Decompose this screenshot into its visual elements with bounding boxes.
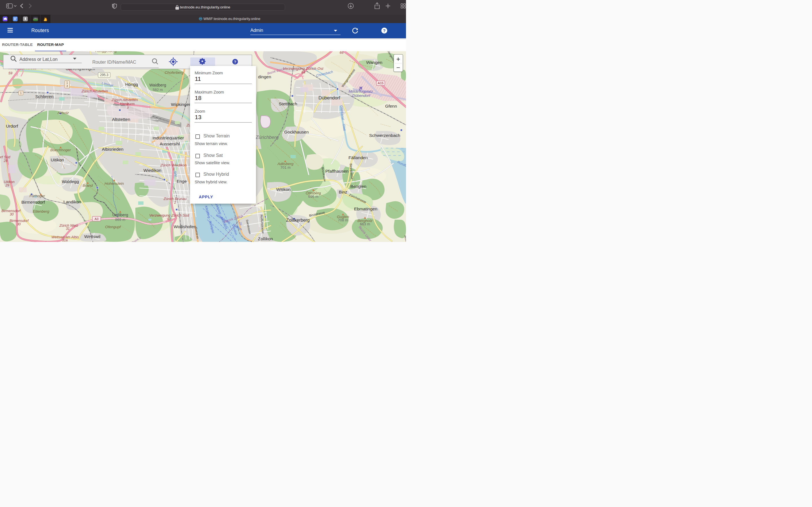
svg-text:Honggerberg: Honggerberg [95, 51, 117, 53]
svg-text:Zürich Wiedikon: Zürich Wiedikon [160, 163, 187, 167]
svg-text:Waidberg: Waidberg [149, 83, 166, 87]
svg-text:Wettswil: Wettswil [84, 234, 100, 239]
svg-text:663 m: 663 m [360, 222, 370, 226]
svg-text:dorf Süd: dorf Süd [0, 155, 10, 159]
svg-text:Altstetten: Altstetten [112, 117, 130, 122]
svg-text:Witikon: Witikon [276, 187, 291, 192]
svg-text:Fürhoger: Fürhoger [30, 194, 45, 198]
svg-text:Hohenstein: Hohenstein [105, 181, 124, 186]
svg-text:Landikon: Landikon [63, 200, 81, 204]
svg-text:Gfenn: Gfenn [385, 104, 397, 108]
svg-text:1: 1 [66, 81, 68, 84]
svg-text:29: 29 [5, 183, 9, 187]
svg-text:Dübendorf: Dübendorf [352, 94, 370, 98]
svg-text:Altholz: Altholz [57, 111, 69, 115]
svg-text:31a: 31a [62, 238, 68, 242]
svg-text:Dübendorf: Dübendorf [318, 95, 340, 100]
svg-text:Fällanden: Fällanden [349, 155, 368, 160]
svg-text:Birmensdorf: Birmensdorf [21, 200, 45, 205]
svg-text:Schwerzenbach: Schwerzenbach [369, 133, 400, 138]
svg-text:Benglen: Benglen [350, 184, 366, 189]
svg-text:Zürich Altstetten: Zürich Altstetten [81, 89, 108, 93]
svg-text:31: 31 [66, 227, 70, 231]
svg-text:Uitikon: Uitikon [4, 180, 14, 184]
svg-text:A15: A15 [378, 81, 384, 85]
svg-text:Uetliberg: Uetliberg [112, 213, 128, 217]
svg-text:66: 66 [340, 51, 344, 55]
svg-text:Urdorf: Urdorf [6, 124, 18, 128]
svg-text:582 m: 582 m [153, 88, 163, 92]
svg-text:Ofengupf: Ofengupf [105, 225, 121, 229]
svg-text:708 m: 708 m [338, 218, 348, 222]
svg-text:Hardturm: Hardturm [120, 102, 135, 106]
svg-text:2: 2 [174, 201, 176, 205]
svg-text:Pfaffhausen: Pfaffhausen [325, 169, 349, 173]
svg-text:869 m: 869 m [115, 217, 125, 222]
svg-text:Aussersihl: Aussersihl [160, 142, 180, 146]
svg-text:Höngg: Höngg [125, 82, 138, 87]
svg-text:Birmensdorf: Birmensdorf [1, 209, 21, 213]
svg-text:Zollikerberg: Zollikerberg [286, 218, 310, 223]
svg-text:Militärflugplatz: Militärflugplatz [349, 89, 373, 94]
svg-text:30: 30 [10, 212, 14, 216]
svg-text:59: 59 [8, 71, 12, 75]
svg-text:Zürichberg: Zürichberg [255, 135, 279, 140]
svg-text:3: 3 [66, 84, 68, 88]
svg-text:Gockhausen: Gockhausen [284, 129, 309, 134]
svg-text:Stettbach: Stettbach [279, 101, 297, 106]
svg-text:A3: A3 [94, 217, 98, 221]
svg-text:Brand: Brand [83, 183, 93, 187]
svg-text:Buechhoger: Buechhoger [50, 148, 71, 152]
svg-text:28: 28 [3, 159, 8, 163]
svg-text:696 m: 696 m [308, 194, 318, 199]
svg-text:3: 3 [127, 106, 129, 109]
svg-text:Choferberg: Choferberg [165, 70, 184, 75]
svg-text:295.3: 295.3 [100, 73, 108, 77]
svg-text:1: 1 [173, 167, 175, 171]
svg-text:64: 64 [301, 70, 305, 74]
svg-text:Ebmatingen: Ebmatingen [354, 207, 377, 211]
svg-text:Wollishofen: Wollishofen [174, 224, 196, 229]
svg-text:Zollikon: Zollikon [258, 236, 273, 241]
svg-text:Wangen: Wangen [366, 60, 382, 65]
svg-text:Enge: Enge [176, 179, 187, 184]
svg-text:?: ? [234, 59, 237, 64]
svg-text:1: 1 [20, 92, 22, 95]
svg-text:USDA: USDA [34, 17, 38, 18]
svg-text:701 m: 701 m [280, 165, 290, 170]
svg-text:Zürich Brunau: Zürich Brunau [163, 196, 187, 201]
svg-text:Industriequartier: Industriequartier [152, 135, 184, 140]
svg-text:Waldegg: Waldegg [62, 179, 79, 184]
svg-text:Binz: Binz [339, 189, 347, 194]
svg-text:Verzweigung Zürich Ost: Verzweigung Zürich Ost [283, 66, 324, 71]
svg-text:Schlieren: Schlieren [35, 94, 54, 99]
svg-text:Ettenberg: Ettenberg [33, 209, 49, 214]
svg-text:30: 30 [17, 222, 21, 226]
svg-text:32: 32 [167, 217, 171, 221]
svg-text:Wiedikon: Wiedikon [144, 168, 161, 173]
svg-text:?: ? [383, 28, 386, 33]
svg-text:Verzweigung Zürich Süd: Verzweigung Zürich Süd [149, 213, 189, 217]
svg-text:Zürich Altstetten: Zürich Altstetten [111, 98, 138, 102]
svg-text:dingen: dingen [258, 74, 271, 79]
svg-text:Albisrieden: Albisrieden [102, 147, 123, 152]
svg-text:Wipkingen: Wipkingen [171, 102, 191, 107]
svg-text:Uitikon: Uitikon [51, 158, 64, 162]
